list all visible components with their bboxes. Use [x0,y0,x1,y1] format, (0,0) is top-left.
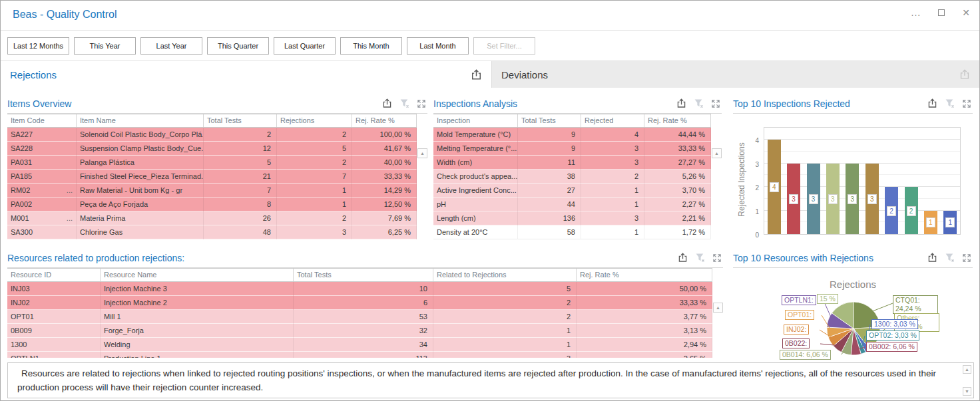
column-header[interactable]: Related to Rejections [433,269,577,281]
filter-last-year[interactable]: Last Year [140,37,202,55]
bar[interactable]: 2 [905,187,918,234]
y-tick-label: 4 [749,137,759,144]
column-header[interactable]: Total Tests [204,114,277,127]
items-overview-title: Items Overview [7,98,71,109]
maximize-button[interactable] [938,9,945,16]
column-header[interactable]: Total Tests [518,114,581,127]
bar[interactable]: 3 [787,164,800,235]
expand-icon[interactable] [711,99,720,108]
table-row[interactable]: 1300 Welding 34 1 2,94 % [7,338,712,352]
column-header[interactable]: Rej. Rate % [644,114,711,127]
column-header[interactable]: Inspection [433,114,518,127]
bar-chart-plot: 4333332211 [764,127,961,235]
more-options-button[interactable]: ... [911,7,921,18]
set-filter-button[interactable]: Set Filter... [473,37,535,55]
table-row[interactable]: pH 44 1 2,27 % [433,198,711,211]
clear-filter-icon[interactable] [945,253,955,263]
title-bar: Beas - Quality Control ... ✕ [1,1,979,31]
inspections-table: Mold Temperature (°C) 9 4 44,44 % Meltin… [433,128,722,239]
pie-slice-label: 1300: 3,03 % [871,319,918,329]
column-header[interactable]: Rej. Rate % [352,114,417,127]
export-icon[interactable] [927,253,937,263]
pie-slice-label: 15 % [817,294,838,304]
inspections-table-header: Inspection Total Tests Rejected Rej. Rat… [433,114,711,128]
filter-this-quarter[interactable]: This Quarter [207,37,269,55]
app-window: Beas - Quality Control ... ✕ Last 12 Mon… [0,0,980,401]
table-row[interactable]: INJ03 Injection Machine 3 10 5 50,00 % [7,282,712,296]
table-row[interactable]: Melting Temperature (°... 9 3 33,33 % [433,142,711,156]
table-row[interactable]: SA228 Suspension Clamp Plastic Body_Cue.… [7,142,417,156]
bar[interactable]: 3 [807,164,820,235]
scroll-down-button[interactable]: ▼ [963,387,971,396]
bar-chart-y-axis-label: Rejected Inspections [737,130,746,229]
table-row[interactable]: PA031 Palanga Plástica 5 2 40,00 % [7,156,417,170]
close-button[interactable]: ✕ [962,7,970,18]
export-icon[interactable] [678,253,688,263]
clear-filter-icon[interactable] [945,98,955,108]
column-header[interactable]: Item Name [77,114,204,127]
expand-icon[interactable] [712,253,722,263]
grid-line [764,139,960,140]
table-row[interactable]: Density at 20°C 58 1 1,72 % [433,225,711,239]
table-row[interactable]: RM02... Raw Material - Unit bom Kg - gr … [7,184,417,198]
export-icon[interactable] [382,98,392,108]
table-row[interactable]: 0B009 Forge_Forja 32 1 3,13 % [7,324,712,338]
clear-filter-icon[interactable] [399,98,409,108]
column-header[interactable]: Rej. Rate % [577,269,712,281]
bar[interactable]: 1 [924,211,937,235]
bar[interactable]: 4 [768,140,781,234]
table-row[interactable]: Width (cm) 11 3 27,27 % [433,156,711,170]
bar[interactable]: 2 [885,187,898,234]
tab-deviations-label: Deviations [501,69,548,80]
clear-filter-icon[interactable] [695,253,705,263]
table-row[interactable]: Check product's appea... 38 2 5,26 % [433,170,711,184]
column-header[interactable]: Resource ID [7,269,101,281]
tab-deviations[interactable]: Deviations [491,61,979,88]
export-icon[interactable] [927,98,937,108]
scroll-up-button[interactable]: ▲ [713,303,723,313]
bar[interactable]: 3 [846,164,859,235]
bar[interactable]: 3 [826,164,840,235]
expand-icon[interactable] [962,99,971,108]
table-row[interactable]: M001... Materia Prima 26 2 7,69 % [7,211,417,225]
column-header[interactable]: Rejected [581,114,644,127]
table-row[interactable]: SA300 Chlorine Gas 48 3 6,25 % [7,225,417,239]
column-header[interactable]: Resource Name [101,269,294,281]
filter-this-year[interactable]: This Year [74,37,136,55]
tab-strip: Rejections Deviations [1,61,979,88]
bar-value-label: 1 [926,217,935,227]
column-header[interactable]: Total Tests [294,269,433,281]
clear-filter-icon[interactable] [694,98,704,108]
export-icon[interactable] [471,69,482,80]
window-title: Beas - Quality Control [13,9,117,21]
table-row[interactable]: OPTLN1 Production Line 1 113 3 2,65 % [7,352,712,358]
bar[interactable]: 1 [943,211,957,235]
export-icon[interactable] [959,69,970,80]
bar[interactable]: 3 [865,164,879,235]
table-row[interactable]: OPT01 Mill 1 53 2 3,77 % [7,310,712,324]
filter-last-12-months[interactable]: Last 12 Months [7,37,69,55]
bar-value-label: 3 [789,194,798,204]
table-row[interactable]: PA002 Peça de Aço Forjada 8 1 12,50 % [7,198,417,211]
table-row[interactable]: Active Ingredient Conc... 27 1 3,70 % [433,184,711,198]
table-row[interactable]: Mold Temperature (°C) 9 4 44,44 % [433,128,711,142]
scroll-up-button[interactable]: ▲ [417,148,427,158]
table-row[interactable]: Length (cm) 136 3 2,21 % [433,211,711,225]
filter-last-month[interactable]: Last Month [407,37,469,55]
expand-icon[interactable] [962,253,971,263]
export-icon[interactable] [676,98,686,108]
table-row[interactable]: INJ02 Injection Machine 2 6 2 33,33 % [7,296,712,310]
column-header[interactable]: Item Code [7,114,77,127]
table-row[interactable]: PA185 Finished Steel Piece_Pieza Termina… [7,170,417,184]
column-header[interactable]: Rejections [277,114,352,127]
bar-value-label: 2 [887,206,896,216]
expand-icon[interactable] [417,99,426,108]
scroll-up-button[interactable]: ▲ [712,148,722,158]
y-tick-label: 1 [749,208,759,215]
table-row[interactable]: SA227 Solenoid Coil Plastic Body_Corpo P… [7,128,417,142]
filter-this-month[interactable]: This Month [340,37,402,55]
scroll-up-button[interactable]: ▲ [963,365,971,374]
bar-chart-y-axis: 01234 [749,127,761,235]
filter-last-quarter[interactable]: Last Quarter [274,37,336,55]
tab-rejections[interactable]: Rejections [1,61,491,88]
